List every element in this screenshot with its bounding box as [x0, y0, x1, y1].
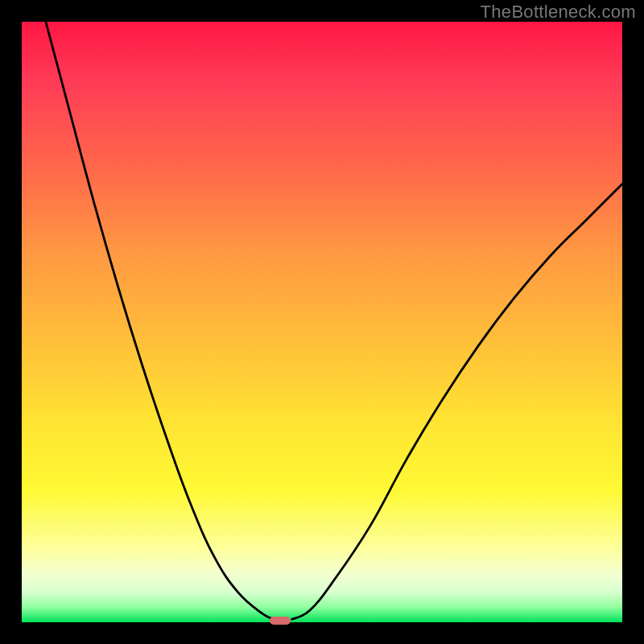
- chart-frame: [22, 22, 622, 622]
- curve-path: [46, 22, 622, 619]
- bottleneck-curve: [22, 22, 622, 622]
- optimal-marker: [270, 617, 291, 625]
- watermark-text: TheBottleneck.com: [481, 2, 636, 23]
